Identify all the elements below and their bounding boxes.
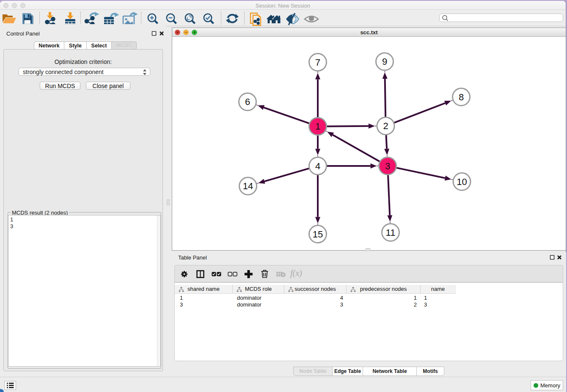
svg-text:11: 11 xyxy=(386,227,396,238)
svg-text:1: 1 xyxy=(315,121,320,132)
svg-text:7: 7 xyxy=(315,57,320,68)
svg-text:9: 9 xyxy=(382,56,387,67)
svg-text:10: 10 xyxy=(457,177,467,187)
svg-text:14: 14 xyxy=(243,181,253,191)
svg-text:6: 6 xyxy=(245,97,250,107)
svg-text:15: 15 xyxy=(313,229,323,240)
svg-text:4: 4 xyxy=(315,161,320,171)
svg-text:3: 3 xyxy=(385,161,390,171)
svg-text:8: 8 xyxy=(459,92,464,102)
svg-text:2: 2 xyxy=(383,121,388,131)
